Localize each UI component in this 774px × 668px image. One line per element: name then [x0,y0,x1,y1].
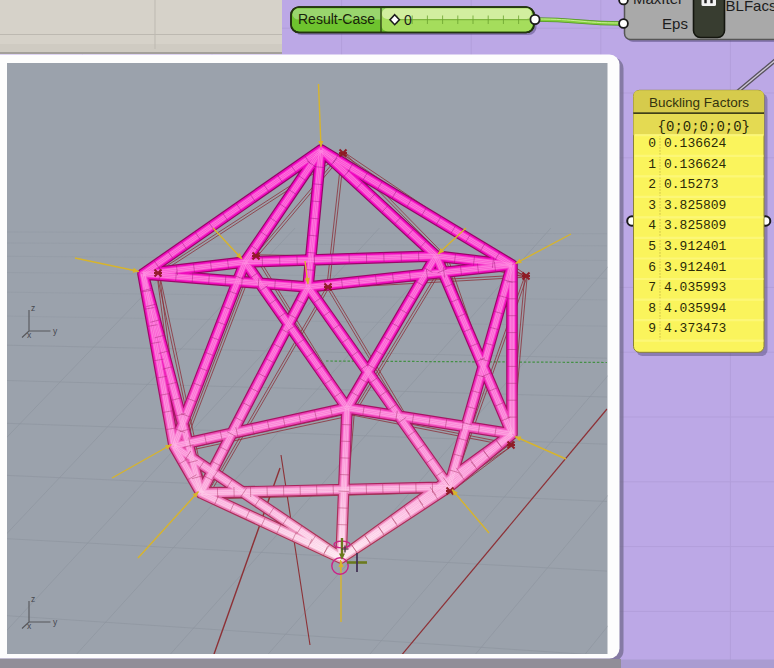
svg-text:{0;0;0;0;0}: {0;0;0;0;0} [658,119,750,135]
svg-text:0: 0 [404,12,412,28]
svg-text:2: 2 [648,177,656,192]
svg-text:3.825809: 3.825809 [664,218,726,233]
svg-text:5: 5 [648,239,656,254]
svg-text:4.373473: 4.373473 [664,321,726,336]
svg-text:9: 9 [648,321,656,336]
svg-text:0.136624: 0.136624 [664,157,727,172]
svg-text:3.912401: 3.912401 [664,239,727,254]
svg-text:6: 6 [648,260,656,275]
svg-text:z: z [31,594,35,604]
svg-text:1: 1 [648,157,656,172]
svg-text:4: 4 [648,218,656,233]
svg-text:0.136624: 0.136624 [664,136,727,151]
svg-text:Eps: Eps [662,15,688,32]
svg-text:4.035993: 4.035993 [664,280,726,295]
svg-text:3.912401: 3.912401 [664,260,727,275]
svg-text:4.035994: 4.035994 [664,301,727,316]
svg-text:z: z [31,303,35,313]
svg-text:3: 3 [648,198,656,213]
svg-text:Result-Case: Result-Case [298,11,375,27]
svg-text:7: 7 [648,280,656,295]
svg-text:0: 0 [648,136,656,151]
svg-text:MaxIter: MaxIter [633,0,683,7]
svg-text:BLFacs: BLFacs [726,0,774,14]
svg-text:3.825809: 3.825809 [664,198,726,213]
svg-text:Buckling Factors: Buckling Factors [649,95,749,110]
svg-text:8: 8 [648,301,656,316]
svg-text:0.15273: 0.15273 [664,177,719,192]
